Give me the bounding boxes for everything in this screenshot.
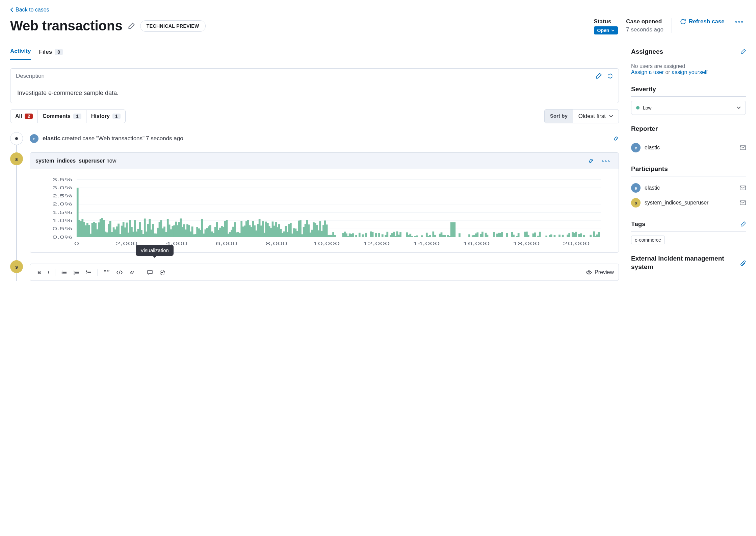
assign-yourself-link[interactable]: assign yourself (672, 69, 708, 75)
svg-rect-268 (575, 232, 577, 237)
sort-dropdown[interactable]: Sort by Oldest first (544, 109, 619, 123)
refresh-icon (680, 19, 686, 25)
svg-point-294 (588, 271, 590, 273)
svg-text:6,000: 6,000 (215, 241, 237, 246)
description-body: Investigate e-commerce sample data. (10, 83, 619, 103)
participant-name: system_indices_superuser (645, 200, 708, 206)
svg-rect-248 (513, 235, 515, 237)
user-avatar-elastic: e (631, 143, 641, 152)
filter-history-button[interactable]: History 1 (86, 110, 125, 123)
tag-item[interactable]: e-commerce (631, 236, 665, 244)
svg-rect-290 (87, 271, 91, 271)
page-title: Web transactions (10, 18, 123, 33)
svg-rect-236 (476, 233, 478, 237)
code-button[interactable] (114, 269, 125, 276)
svg-rect-257 (539, 232, 541, 237)
svg-rect-280 (63, 272, 67, 273)
user-avatar-system: s (10, 152, 23, 165)
severity-heading: Severity (631, 86, 656, 93)
toolbar-separator (97, 269, 98, 276)
mail-icon[interactable] (740, 200, 746, 205)
back-to-cases-link[interactable]: Back to cases (10, 7, 49, 13)
opened-label: Case opened (626, 18, 663, 25)
status-dropdown[interactable]: Open (594, 26, 618, 34)
filter-all-count: 2 (25, 114, 33, 119)
comment-button[interactable] (145, 269, 155, 276)
svg-rect-213 (411, 236, 413, 237)
comment-time: now (105, 158, 116, 164)
comment-link-icon[interactable] (588, 158, 594, 164)
participant-row: e elastic (631, 180, 746, 195)
tab-activity[interactable]: Activity (10, 48, 31, 60)
event-action: created case "Web transactions" (62, 135, 145, 142)
checklist-button[interactable] (83, 269, 94, 276)
svg-point-279 (62, 272, 63, 273)
tab-files[interactable]: Files 0 (39, 48, 63, 60)
severity-dropdown[interactable]: Low (631, 101, 746, 115)
severity-dot-icon (636, 106, 640, 109)
svg-rect-292 (87, 272, 91, 273)
svg-text:8,000: 8,000 (265, 241, 287, 246)
mail-icon[interactable] (740, 186, 746, 190)
svg-rect-231 (459, 233, 461, 237)
filter-comments-button[interactable]: Comments 1 (38, 110, 86, 123)
svg-rect-288 (75, 273, 79, 274)
svg-rect-193 (359, 233, 361, 237)
edit-title-icon[interactable] (128, 23, 135, 29)
comment-user: system_indices_superuser (35, 158, 105, 164)
bold-button[interactable]: B (35, 268, 44, 276)
assign-user-link[interactable]: Assign a user (631, 69, 664, 75)
svg-rect-184 (334, 235, 336, 237)
user-avatar-system: s (10, 260, 23, 273)
italic-button[interactable]: I (45, 268, 52, 276)
filter-all-label: All (15, 113, 22, 119)
chevron-left-icon (10, 7, 14, 12)
svg-rect-273 (593, 232, 595, 237)
visualization-button[interactable] (157, 268, 168, 277)
user-avatar-system: s (631, 198, 641, 208)
svg-text:18,000: 18,000 (513, 241, 540, 246)
svg-rect-270 (580, 234, 582, 237)
svg-rect-197 (372, 232, 374, 237)
edit-description-icon[interactable] (596, 73, 602, 79)
svg-text:20,000: 20,000 (563, 241, 590, 246)
svg-rect-255 (534, 233, 536, 237)
copy-link-icon[interactable] (613, 136, 619, 142)
sort-label: Sort by (545, 109, 573, 123)
svg-rect-272 (590, 235, 592, 237)
svg-rect-194 (362, 234, 364, 237)
timeline-editor: s Visualization B I 123 “” (10, 260, 619, 281)
preview-button[interactable]: Preview (586, 269, 614, 275)
svg-text:3.0%: 3.0% (52, 186, 72, 190)
svg-rect-219 (429, 235, 431, 237)
status-value: Open (597, 28, 609, 33)
bullet-list-button[interactable] (59, 269, 70, 276)
mail-icon[interactable] (740, 145, 746, 150)
svg-text:12,000: 12,000 (363, 241, 390, 246)
technical-preview-badge: TECHNICAL PREVIEW (140, 20, 206, 32)
attach-external-icon[interactable] (740, 260, 746, 266)
svg-rect-195 (365, 233, 367, 237)
timeline-dot (10, 132, 23, 145)
svg-rect-261 (554, 235, 556, 237)
filter-all-button[interactable]: All 2 (10, 110, 38, 123)
or-text: or (664, 69, 672, 75)
status-label: Status (594, 18, 618, 25)
link-button[interactable] (127, 268, 137, 276)
eye-icon (586, 270, 592, 275)
svg-rect-221 (434, 235, 436, 237)
edit-tags-icon[interactable] (740, 221, 746, 227)
more-actions-icon[interactable]: ▫▫▫ (733, 18, 746, 26)
svg-rect-262 (558, 235, 561, 237)
filter-history-count: 1 (112, 114, 121, 119)
ordered-list-button[interactable]: 123 (71, 269, 82, 276)
chevron-down-icon (611, 29, 615, 31)
description-panel: Description Investigate e-commerce sampl… (10, 68, 619, 103)
quote-button[interactable]: “” (101, 267, 112, 277)
comment-more-icon[interactable]: ▫▫▫ (600, 157, 613, 165)
svg-point-277 (62, 270, 63, 271)
edit-assignees-icon[interactable] (740, 49, 746, 54)
refresh-case-button[interactable]: Refresh case (680, 18, 725, 25)
svg-text:0: 0 (74, 241, 79, 246)
collapse-description-icon[interactable] (607, 73, 613, 79)
